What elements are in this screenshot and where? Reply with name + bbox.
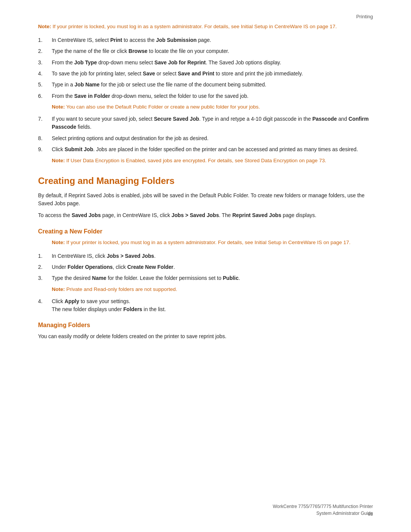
step-1: 1. In CentreWare IS, select Print to acc… — [38, 36, 373, 44]
section-label: Printing — [356, 14, 373, 19]
steps-mid-list: 7. If you want to secure your saved job,… — [38, 115, 373, 154]
section-body-2: To access the Saved Jobs page, in Centre… — [38, 211, 373, 219]
folder-step-3: 3. Type the desired Name for the folder.… — [38, 274, 373, 282]
subsection-1-title: Creating a New Folder — [38, 228, 373, 235]
footer: WorkCentre 7755/7765/7775 Multifunction … — [273, 503, 373, 517]
managing-folders-body: You can easily modify or delete folders … — [38, 332, 373, 340]
steps-folder-list-2: 4. Click Apply to save your settings.The… — [38, 297, 373, 314]
folder-step-1: 1. In CentreWare IS, click Jobs > Saved … — [38, 252, 373, 260]
note-1-text: If your printer is locked, you must log … — [51, 24, 241, 29]
note-4-link[interactable]: Initial Setup in CentreWare IS — [255, 240, 322, 245]
step-9: 9. Click Submit Job. Jobs are placed in … — [38, 145, 373, 153]
note-2: Note: You can also use the Default Publi… — [52, 103, 373, 111]
footer-page: 83 — [368, 511, 373, 517]
step-5: 5. Type in a Job Name for the job or sel… — [38, 81, 373, 89]
steps-folder-list: 1. In CentreWare IS, click Jobs > Saved … — [38, 252, 373, 283]
step-6: 6. From the Save in Folder drop-down men… — [38, 92, 373, 100]
note-1: Note: If your printer is locked, you mus… — [38, 23, 373, 31]
folder-step-2: 2. Under Folder Operations, click Create… — [38, 263, 373, 271]
subsection-2-title: Managing Folders — [38, 322, 373, 329]
note-1-text2: on page 17. — [308, 24, 337, 29]
step-8: 8. Select printing options and output de… — [38, 134, 373, 142]
note-5: Note: Private and Read-only folders are … — [52, 286, 373, 294]
page-header: Printing — [356, 14, 373, 19]
note-3: Note: If User Data Encryption is Enabled… — [52, 157, 373, 165]
section-title: Creating and Managing Folders — [38, 176, 373, 186]
note-4: Note: If your printer is locked, you mus… — [52, 239, 373, 247]
section-body-1: By default, if Reprint Saved Jobs is ena… — [38, 192, 373, 208]
step-2: 2. Type the name of the file or click Br… — [38, 47, 373, 55]
footer-product: WorkCentre 7755/7765/7775 Multifunction … — [273, 503, 373, 510]
step-4: 4. To save the job for printing later, s… — [38, 70, 373, 78]
steps-top-list: 1. In CentreWare IS, select Print to acc… — [38, 36, 373, 100]
note-1-label: Note: — [38, 24, 51, 29]
footer-guide: System Administrator Guide — [273, 510, 373, 517]
note-3-link[interactable]: Stored Data Encryption — [245, 158, 298, 163]
step-3: 3. From the Job Type drop-down menu sele… — [38, 59, 373, 67]
folder-step-4: 4. Click Apply to save your settings.The… — [38, 297, 373, 314]
note-1-link[interactable]: Initial Setup in CentreWare IS — [241, 24, 308, 29]
step-7: 7. If you want to secure your saved job,… — [38, 115, 373, 131]
